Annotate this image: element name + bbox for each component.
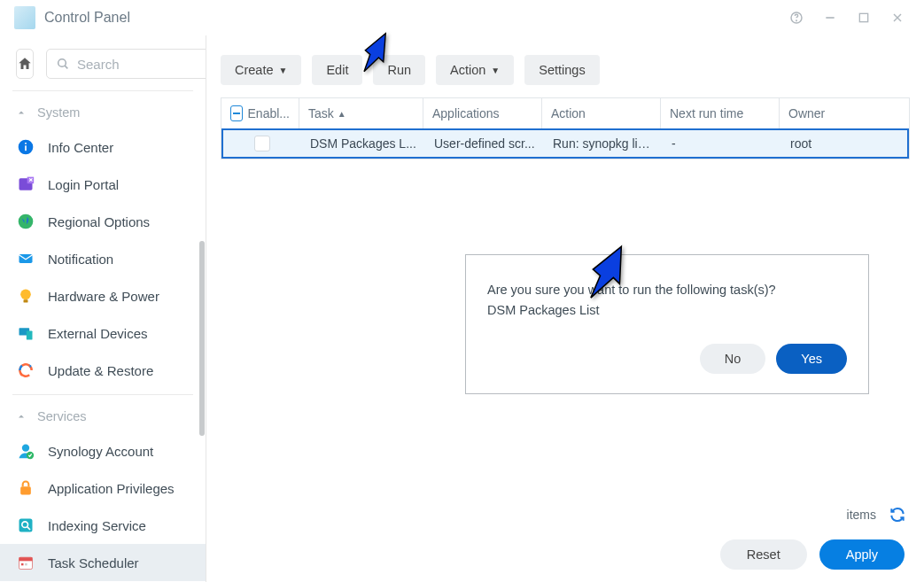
svg-rect-21 — [20, 486, 31, 494]
edit-button[interactable]: Edit — [312, 55, 362, 85]
chevron-up-icon — [16, 411, 27, 422]
table-header: Enabl... Task▲ Applications Action Next … — [221, 98, 909, 128]
sidebar-item-synology-account[interactable]: Synology Account — [0, 432, 206, 469]
table-row[interactable]: DSM Packages L... User-defined scr... Ru… — [221, 128, 909, 159]
confirm-dialog: Are you sure you want to run the followi… — [465, 254, 869, 394]
minimize-button[interactable] — [818, 5, 842, 30]
bulb-icon — [16, 286, 35, 306]
sidebar-item-hardware-power[interactable]: Hardware & Power — [0, 277, 206, 314]
sidebar-item-external-devices[interactable]: External Devices — [0, 314, 206, 352]
app-icon — [14, 6, 35, 29]
sidebar-scrollbar[interactable] — [199, 241, 205, 436]
search-icon — [56, 57, 70, 71]
group-system-header[interactable]: System — [0, 97, 206, 128]
column-applications[interactable]: Applications — [423, 98, 542, 128]
svg-rect-14 — [19, 254, 33, 263]
column-task[interactable]: Task▲ — [299, 98, 423, 128]
notification-icon — [16, 249, 35, 268]
refresh-button[interactable] — [889, 506, 906, 524]
chevron-down-icon: ▼ — [279, 66, 288, 75]
svg-rect-22 — [19, 519, 33, 532]
cell-action: Run: synopkg lis... — [544, 136, 663, 151]
svg-rect-3 — [859, 13, 867, 21]
indexing-icon — [16, 516, 35, 535]
devices-icon — [16, 323, 35, 343]
svg-rect-29 — [233, 113, 240, 114]
sidebar-item-info-center[interactable]: Info Center — [0, 128, 206, 166]
login-portal-icon — [16, 175, 35, 194]
update-icon — [16, 361, 35, 380]
task-table: Enabl... Task▲ Applications Action Next … — [221, 97, 910, 159]
svg-point-15 — [20, 290, 31, 300]
sidebar: System Info Center Login Portal Regional… — [0, 35, 206, 582]
svg-rect-18 — [27, 331, 33, 340]
close-button[interactable] — [885, 5, 910, 30]
help-button[interactable] — [784, 5, 809, 30]
dialog-yes-button[interactable]: Yes — [776, 344, 847, 374]
sidebar-item-regional-options[interactable]: Regional Options — [0, 203, 206, 240]
svg-rect-27 — [21, 563, 24, 566]
svg-rect-9 — [25, 145, 27, 151]
sidebar-item-login-portal[interactable]: Login Portal — [0, 166, 206, 203]
run-button[interactable]: Run — [373, 55, 425, 85]
column-action[interactable]: Action — [542, 98, 661, 128]
svg-point-19 — [22, 445, 29, 452]
settings-button[interactable]: Settings — [524, 55, 599, 85]
sidebar-item-application-privileges[interactable]: Application Privileges — [0, 469, 206, 507]
action-button[interactable]: Action▼ — [436, 55, 514, 85]
window-title: Control Panel — [44, 10, 130, 26]
column-owner[interactable]: Owner — [780, 98, 909, 128]
sidebar-item-update-restore[interactable]: Update & Restore — [0, 352, 206, 389]
toolbar: Create▼ Edit Run Action▼ Settings — [206, 35, 924, 97]
calendar-icon — [16, 553, 35, 572]
column-enabled[interactable]: Enabl... — [221, 98, 299, 128]
chevron-down-icon: ▼ — [491, 66, 500, 75]
sidebar-item-task-scheduler[interactable]: Task Scheduler — [0, 544, 206, 581]
svg-rect-16 — [24, 299, 28, 302]
dialog-message: Are you sure you want to run the followi… — [487, 280, 847, 300]
svg-rect-28 — [25, 563, 27, 566]
row-checkbox[interactable] — [254, 136, 270, 151]
titlebar: Control Panel — [0, 0, 924, 35]
search-input[interactable] — [46, 49, 206, 79]
lock-icon — [16, 478, 35, 498]
apply-button[interactable]: Apply — [819, 539, 905, 570]
globe-icon — [16, 212, 35, 231]
svg-rect-26 — [19, 557, 33, 561]
sidebar-item-notification[interactable]: Notification — [0, 240, 206, 277]
cell-task: DSM Packages L... — [301, 136, 425, 151]
column-next-run-time[interactable]: Next run time — [661, 98, 780, 128]
sidebar-item-indexing-service[interactable]: Indexing Service — [0, 507, 206, 544]
dialog-task-name: DSM Packages List — [487, 300, 847, 321]
create-button[interactable]: Create▼ — [221, 55, 301, 85]
cell-next-run: - — [663, 136, 781, 151]
maximize-button[interactable] — [851, 5, 876, 30]
cell-owner: root — [781, 136, 907, 151]
reset-button[interactable]: Reset — [720, 539, 807, 570]
svg-point-13 — [19, 214, 34, 229]
cell-applications: User-defined scr... — [425, 136, 544, 151]
svg-point-1 — [796, 20, 797, 21]
content-area: Create▼ Edit Run Action▼ Settings Enabl.… — [206, 35, 924, 582]
sort-asc-icon: ▲ — [338, 109, 346, 119]
account-icon — [16, 441, 35, 461]
svg-point-6 — [58, 59, 66, 67]
info-icon — [16, 137, 35, 157]
chevron-up-icon — [16, 107, 27, 118]
group-services-header[interactable]: Services — [0, 400, 206, 432]
select-all-checkbox[interactable] — [230, 105, 243, 121]
home-button[interactable] — [16, 49, 34, 79]
item-count: items — [847, 506, 906, 524]
svg-rect-10 — [25, 143, 27, 144]
svg-line-7 — [65, 66, 67, 68]
dialog-no-button[interactable]: No — [700, 344, 766, 374]
